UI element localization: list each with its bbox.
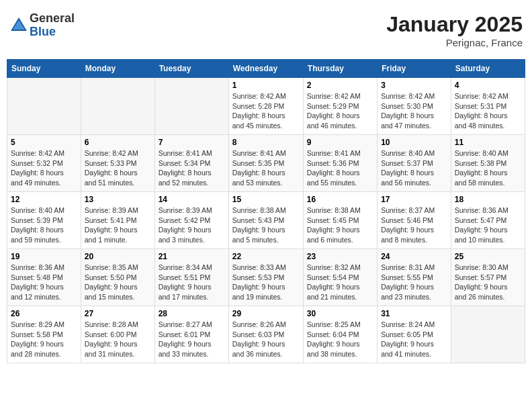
calendar-cell: [154, 78, 228, 135]
day-number: 27: [85, 309, 151, 318]
day-info: Sunrise: 8:32 AM Sunset: 5:54 PM Dayligh…: [307, 263, 373, 302]
calendar-cell: 16Sunrise: 8:38 AM Sunset: 5:45 PM Dayli…: [303, 192, 377, 249]
day-info: Sunrise: 8:41 AM Sunset: 5:35 PM Dayligh…: [232, 148, 300, 188]
day-number: 10: [381, 138, 447, 147]
day-info: Sunrise: 8:24 AM Sunset: 6:05 PM Dayligh…: [381, 320, 447, 359]
calendar-cell: 25Sunrise: 8:30 AM Sunset: 5:57 PM Dayli…: [451, 249, 525, 306]
day-info: Sunrise: 8:42 AM Sunset: 5:30 PM Dayligh…: [381, 91, 447, 131]
day-info: Sunrise: 8:33 AM Sunset: 5:53 PM Dayligh…: [232, 263, 300, 302]
day-info: Sunrise: 8:36 AM Sunset: 5:48 PM Dayligh…: [11, 263, 77, 302]
day-info: Sunrise: 8:37 AM Sunset: 5:46 PM Dayligh…: [381, 205, 447, 245]
day-number: 4: [455, 81, 521, 90]
week-row-3: 12Sunrise: 8:40 AM Sunset: 5:39 PM Dayli…: [7, 192, 525, 249]
calendar-cell: 29Sunrise: 8:26 AM Sunset: 6:03 PM Dayli…: [228, 306, 303, 363]
day-info: Sunrise: 8:26 AM Sunset: 6:03 PM Dayligh…: [232, 320, 300, 359]
calendar-cell: 9Sunrise: 8:41 AM Sunset: 5:36 PM Daylig…: [303, 135, 377, 192]
day-info: Sunrise: 8:42 AM Sunset: 5:33 PM Dayligh…: [85, 148, 151, 188]
week-row-1: 1Sunrise: 8:42 AM Sunset: 5:28 PM Daylig…: [7, 78, 525, 135]
weekday-header-saturday: Saturday: [451, 60, 525, 78]
calendar-cell: 21Sunrise: 8:34 AM Sunset: 5:51 PM Dayli…: [154, 249, 228, 306]
calendar-cell: 28Sunrise: 8:27 AM Sunset: 6:01 PM Dayli…: [154, 306, 228, 363]
day-number: 19: [11, 252, 77, 261]
day-info: Sunrise: 8:41 AM Sunset: 5:36 PM Dayligh…: [307, 148, 373, 188]
title-block: January 2025 Perignac, France: [386, 12, 523, 48]
calendar-cell: 19Sunrise: 8:36 AM Sunset: 5:48 PM Dayli…: [7, 249, 81, 306]
day-info: Sunrise: 8:27 AM Sunset: 6:01 PM Dayligh…: [159, 320, 225, 359]
calendar-cell: 26Sunrise: 8:29 AM Sunset: 5:58 PM Dayli…: [7, 306, 81, 363]
day-number: 6: [85, 138, 151, 147]
weekday-header-row: SundayMondayTuesdayWednesdayThursdayFrid…: [7, 60, 525, 78]
calendar-cell: 5Sunrise: 8:42 AM Sunset: 5:32 PM Daylig…: [7, 135, 81, 192]
day-number: 30: [307, 309, 373, 318]
week-row-2: 5Sunrise: 8:42 AM Sunset: 5:32 PM Daylig…: [7, 135, 525, 192]
day-info: Sunrise: 8:42 AM Sunset: 5:29 PM Dayligh…: [307, 91, 373, 131]
day-info: Sunrise: 8:42 AM Sunset: 5:28 PM Dayligh…: [232, 91, 300, 131]
day-number: 29: [232, 309, 300, 318]
calendar-cell: 8Sunrise: 8:41 AM Sunset: 5:35 PM Daylig…: [228, 135, 303, 192]
day-number: 16: [307, 195, 373, 204]
day-info: Sunrise: 8:40 AM Sunset: 5:39 PM Dayligh…: [11, 205, 77, 245]
calendar-cell: 15Sunrise: 8:38 AM Sunset: 5:43 PM Dayli…: [228, 192, 303, 249]
day-number: 8: [232, 138, 300, 147]
logo: General Blue: [9, 12, 75, 39]
day-number: 26: [11, 309, 77, 318]
calendar-cell: 27Sunrise: 8:28 AM Sunset: 6:00 PM Dayli…: [81, 306, 154, 363]
day-number: 18: [455, 195, 521, 204]
week-row-5: 26Sunrise: 8:29 AM Sunset: 5:58 PM Dayli…: [7, 306, 525, 363]
day-number: 22: [232, 252, 300, 261]
calendar-cell: 31Sunrise: 8:24 AM Sunset: 6:05 PM Dayli…: [378, 306, 451, 363]
day-info: Sunrise: 8:38 AM Sunset: 5:43 PM Dayligh…: [232, 205, 300, 245]
calendar-cell: 24Sunrise: 8:31 AM Sunset: 5:55 PM Dayli…: [378, 249, 451, 306]
day-number: 11: [455, 138, 521, 147]
day-number: 5: [11, 138, 77, 147]
calendar-cell: [7, 78, 81, 135]
day-number: 20: [85, 252, 151, 261]
day-info: Sunrise: 8:35 AM Sunset: 5:50 PM Dayligh…: [85, 263, 151, 302]
day-info: Sunrise: 8:25 AM Sunset: 6:04 PM Dayligh…: [307, 320, 373, 359]
day-number: 1: [232, 81, 300, 90]
weekday-header-wednesday: Wednesday: [228, 60, 303, 78]
day-info: Sunrise: 8:39 AM Sunset: 5:41 PM Dayligh…: [85, 205, 151, 245]
calendar-cell: 30Sunrise: 8:25 AM Sunset: 6:04 PM Dayli…: [303, 306, 377, 363]
calendar-cell: 7Sunrise: 8:41 AM Sunset: 5:34 PM Daylig…: [154, 135, 228, 192]
day-info: Sunrise: 8:38 AM Sunset: 5:45 PM Dayligh…: [307, 205, 373, 245]
calendar-cell: 13Sunrise: 8:39 AM Sunset: 5:41 PM Dayli…: [81, 192, 154, 249]
day-number: 17: [381, 195, 447, 204]
page-header: General Blue January 2025 Perignac, Fran…: [7, 7, 525, 54]
day-number: 23: [307, 252, 373, 261]
day-number: 14: [159, 195, 225, 204]
day-info: Sunrise: 8:31 AM Sunset: 5:55 PM Dayligh…: [381, 263, 447, 302]
calendar-table: SundayMondayTuesdayWednesdayThursdayFrid…: [7, 59, 525, 363]
weekday-header-tuesday: Tuesday: [154, 60, 228, 78]
logo-blue-text: Blue: [30, 26, 75, 39]
calendar-cell: [81, 78, 154, 135]
day-number: 12: [11, 195, 77, 204]
weekday-header-friday: Friday: [378, 60, 451, 78]
calendar-cell: 6Sunrise: 8:42 AM Sunset: 5:33 PM Daylig…: [81, 135, 154, 192]
weekday-header-sunday: Sunday: [7, 60, 81, 78]
location-title: Perignac, France: [386, 37, 523, 48]
day-info: Sunrise: 8:30 AM Sunset: 5:57 PM Dayligh…: [455, 263, 521, 302]
weekday-header-monday: Monday: [81, 60, 154, 78]
day-info: Sunrise: 8:40 AM Sunset: 5:37 PM Dayligh…: [381, 148, 447, 188]
day-number: 28: [159, 309, 225, 318]
day-info: Sunrise: 8:42 AM Sunset: 5:31 PM Dayligh…: [455, 91, 521, 131]
day-info: Sunrise: 8:42 AM Sunset: 5:32 PM Dayligh…: [11, 148, 77, 188]
day-info: Sunrise: 8:40 AM Sunset: 5:38 PM Dayligh…: [455, 148, 521, 188]
calendar-cell: 22Sunrise: 8:33 AM Sunset: 5:53 PM Dayli…: [228, 249, 303, 306]
day-info: Sunrise: 8:41 AM Sunset: 5:34 PM Dayligh…: [159, 148, 225, 188]
day-info: Sunrise: 8:36 AM Sunset: 5:47 PM Dayligh…: [455, 205, 521, 245]
day-number: 21: [159, 252, 225, 261]
day-number: 9: [307, 138, 373, 147]
calendar-cell: 1Sunrise: 8:42 AM Sunset: 5:28 PM Daylig…: [228, 78, 303, 135]
calendar-cell: [451, 306, 525, 363]
calendar-cell: 4Sunrise: 8:42 AM Sunset: 5:31 PM Daylig…: [451, 78, 525, 135]
weekday-header-thursday: Thursday: [303, 60, 377, 78]
day-number: 31: [381, 309, 447, 318]
calendar-cell: 10Sunrise: 8:40 AM Sunset: 5:37 PM Dayli…: [378, 135, 451, 192]
day-number: 13: [85, 195, 151, 204]
day-number: 3: [381, 81, 447, 90]
day-info: Sunrise: 8:28 AM Sunset: 6:00 PM Dayligh…: [85, 320, 151, 359]
day-number: 2: [307, 81, 373, 90]
week-row-4: 19Sunrise: 8:36 AM Sunset: 5:48 PM Dayli…: [7, 249, 525, 306]
